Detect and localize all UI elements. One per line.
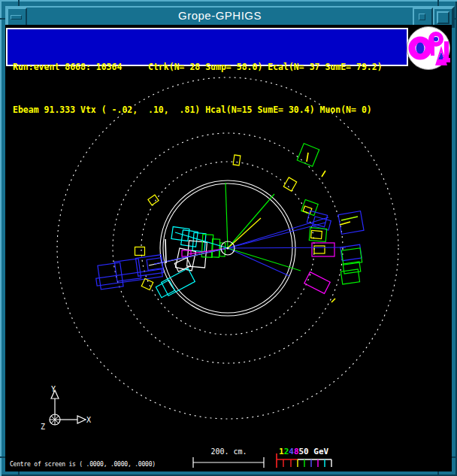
- energy-legend-value: 4: [289, 447, 294, 456]
- event-info-panel: Run:event 8668: 10364 Ctrk(N= 28 Sump= 5…: [6, 28, 408, 66]
- minimize-button[interactable]: [413, 8, 433, 26]
- particle-track: [228, 217, 328, 248]
- event-info-line2: Ebeam 91.333 Vtx ( -.02, .10, .81) Hcal(…: [13, 103, 407, 117]
- calorimeter-hit-box: [338, 211, 364, 235]
- opal-logo: [405, 25, 452, 71]
- grope-window: Grope-GPHIGS XYZ Run:event 8668: 10364 C…: [0, 0, 457, 476]
- client-area: XYZ Run:event 8668: 10364 Ctrk(N= 28 Sum…: [5, 25, 452, 471]
- opal-logo-letter-l-foot: [443, 58, 450, 62]
- hit-tick: [307, 153, 308, 162]
- opal-logo-counter: [434, 37, 438, 41]
- hit-tick: [340, 222, 350, 225]
- vertex-dot: [227, 247, 229, 250]
- particle-track: [228, 248, 301, 271]
- z-label: Z: [41, 423, 45, 431]
- calorimeter-hit-box: [156, 280, 174, 298]
- energy-legend-labels: 124850 GeV: [279, 447, 328, 456]
- frame-resize-notch[interactable]: [18, 0, 20, 6]
- energy-legend-value: 50 GeV: [299, 447, 329, 456]
- maximize-button[interactable]: [433, 8, 453, 26]
- x-axis-arrowhead: [77, 416, 86, 423]
- minimize-icon: [419, 14, 425, 20]
- hit-tick: [322, 171, 325, 177]
- hit-tick: [165, 239, 166, 263]
- opal-logo-counter: [416, 43, 425, 54]
- calorimeter-hit-box: [314, 246, 325, 253]
- window-menu-icon: [11, 15, 22, 20]
- particle-track: [228, 194, 274, 248]
- scale-bar-label: 200. cm.: [193, 447, 265, 456]
- calorimeter-hit-box: [148, 195, 159, 205]
- frame-resize-notch[interactable]: [437, 0, 439, 6]
- calorimeter-hit-box: [340, 269, 359, 284]
- calorimeter-hit-box: [141, 278, 153, 290]
- calorimeter-hit-box: [176, 248, 196, 271]
- hit-tick: [341, 217, 358, 220]
- frame-resize-notch[interactable]: [0, 18, 5, 20]
- energy-legend-value: 1: [279, 447, 284, 456]
- calorimeter-hit-box: [162, 268, 195, 296]
- x-label: X: [86, 416, 91, 424]
- particle-track: [225, 183, 228, 248]
- event-info-line1: Run:event 8668: 10364 Ctrk(N= 28 Sump= 5…: [13, 60, 407, 74]
- status-bar-text: Centre of screen is ( .0000, .0000, .000…: [10, 461, 156, 468]
- calorimeter-hit-box: [182, 250, 191, 256]
- window-title: Grope-GPHIGS: [27, 8, 413, 26]
- calorimeter-hit-box: [311, 230, 322, 238]
- calorimeter-hit-box: [283, 177, 296, 191]
- hit-tick: [331, 299, 335, 302]
- particle-track: [228, 247, 346, 248]
- maximize-icon: [437, 11, 449, 24]
- calorimeter-hit-box: [309, 228, 326, 242]
- window-menu-button[interactable]: [7, 8, 27, 26]
- calorimeter-hit-box: [304, 272, 330, 294]
- calorimeter-hit-box: [312, 243, 334, 256]
- particle-track: [228, 248, 289, 276]
- frame-resize-notch[interactable]: [0, 456, 5, 458]
- y-label: Y: [51, 385, 56, 393]
- calorimeter-hit-box: [233, 155, 241, 165]
- frame-resize-notch[interactable]: [452, 456, 457, 458]
- energy-legend-value: 8: [294, 447, 299, 456]
- calorimeter-hit-box: [135, 247, 145, 256]
